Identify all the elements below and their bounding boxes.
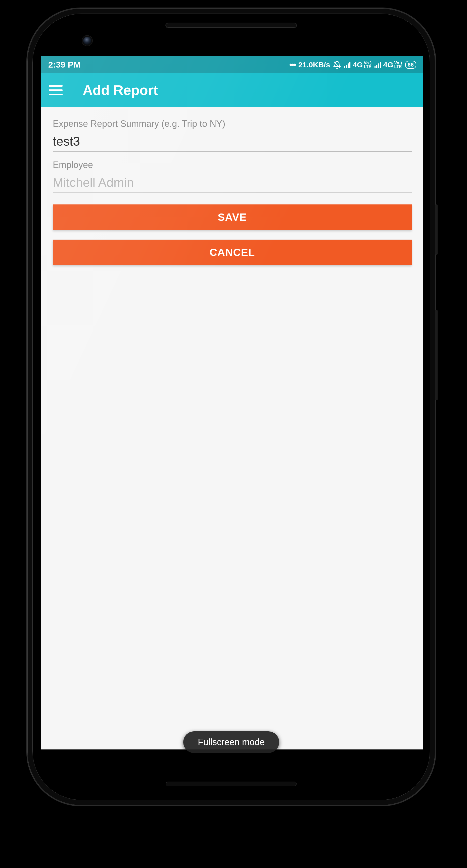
employee-input[interactable]: Mitchell Admin: [53, 170, 412, 193]
svg-rect-4: [349, 62, 350, 68]
employee-field: Employee Mitchell Admin: [53, 160, 412, 193]
svg-rect-1: [344, 66, 345, 68]
summary-input[interactable]: [53, 129, 412, 152]
volte-top-2: Vo ): [394, 61, 402, 65]
menu-icon[interactable]: [49, 85, 63, 95]
signal-1: 4G Vo ) LTE: [344, 61, 372, 69]
network-label-1: 4G: [353, 61, 363, 69]
svg-rect-2: [346, 65, 347, 68]
dnd-icon: [333, 61, 341, 69]
volte-bottom-1: LTE: [364, 65, 372, 68]
svg-rect-6: [376, 65, 377, 68]
stage: 2:39 PM ••• 21.0KB/s 4G Vo ) LT: [0, 0, 467, 868]
page-title: Add Report: [83, 82, 158, 98]
volte-bottom-2: LTE: [394, 65, 402, 68]
summary-field: Expense Report Summary (e.g. Trip to NY): [53, 119, 412, 152]
earpiece: [166, 23, 297, 28]
network-label-2: 4G: [383, 61, 393, 69]
battery-level: 66: [408, 62, 414, 68]
signal-bars-icon: [344, 62, 351, 68]
volte-top-1: Vo ): [364, 61, 372, 65]
more-dots-icon: •••: [289, 60, 295, 69]
svg-rect-7: [378, 63, 379, 68]
signal-bars-icon-2: [375, 62, 382, 68]
front-camera: [82, 36, 92, 46]
side-button-1: [435, 205, 438, 255]
app-bar: Add Report: [41, 73, 423, 107]
status-bar: 2:39 PM ••• 21.0KB/s 4G Vo ) LT: [41, 56, 423, 73]
screen: 2:39 PM ••• 21.0KB/s 4G Vo ) LT: [41, 56, 423, 749]
battery-pill: 66: [405, 61, 416, 69]
summary-label: Expense Report Summary (e.g. Trip to NY): [53, 119, 412, 129]
svg-rect-8: [380, 62, 381, 68]
cancel-button[interactable]: CANCEL: [53, 240, 412, 265]
fullscreen-toast: Fullscreen mode: [183, 732, 279, 753]
form-body: Expense Report Summary (e.g. Trip to NY)…: [41, 107, 423, 265]
status-right: ••• 21.0KB/s 4G Vo ) LTE: [289, 60, 416, 69]
svg-rect-5: [375, 66, 376, 68]
bottom-speaker: [166, 782, 297, 786]
network-speed: 21.0KB/s: [298, 61, 330, 69]
svg-rect-3: [348, 63, 349, 68]
status-time: 2:39 PM: [48, 60, 81, 69]
signal-2: 4G Vo ) LTE: [375, 61, 402, 69]
phone-frame: 2:39 PM ••• 21.0KB/s 4G Vo ) LT: [26, 7, 436, 806]
save-button[interactable]: SAVE: [53, 205, 412, 230]
side-button-2: [435, 310, 438, 400]
employee-label: Employee: [53, 160, 412, 170]
